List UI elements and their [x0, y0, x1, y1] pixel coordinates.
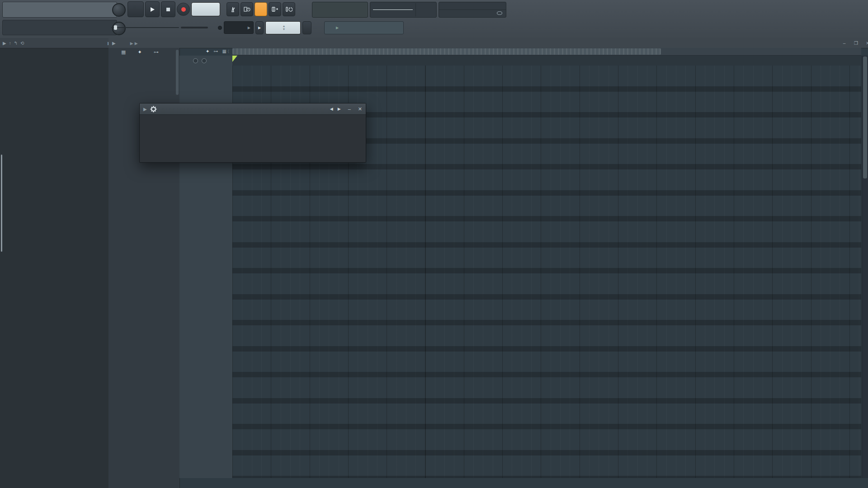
up-icon[interactable]: ↑	[9, 41, 11, 46]
filter-minimize-button[interactable]: –	[348, 106, 351, 112]
play-button[interactable]	[145, 1, 160, 17]
filter-close-button[interactable]: ✕	[358, 106, 362, 112]
collapse-icon[interactable]: ▶	[3, 41, 6, 46]
zcross-checkbox[interactable]	[193, 58, 198, 63]
playlist-close-button[interactable]: ✕	[864, 40, 868, 47]
playlist-title: ▶ ▶	[130, 40, 138, 46]
wait-clock-icon	[244, 6, 250, 12]
minimize-button[interactable]	[834, 5, 842, 11]
fruity-filter-window: ▶ ◀ ▶ – ✕	[139, 103, 366, 163]
scroll-left-button[interactable]: 〈	[224, 49, 231, 55]
playhead-marker[interactable]	[232, 56, 237, 62]
oscilloscope-panel	[370, 2, 437, 18]
pattern-selector[interactable]: ▲▼	[265, 21, 301, 34]
piano-tab-icon[interactable]: ▦	[121, 49, 126, 55]
filter-menu-icon[interactable]: ▶	[143, 107, 147, 112]
link-tab-icon[interactable]: ⊶	[154, 49, 159, 55]
line-tool-dropdown[interactable]: ▶	[224, 21, 254, 34]
filter-titlebar[interactable]: ▶ ◀ ▶ – ✕	[140, 103, 366, 115]
wave-tab-icon[interactable]: ✦	[137, 49, 142, 55]
playlist-view-tabs: ✦ ⊶ ▦	[206, 49, 226, 54]
playlist-titlebar: ▶ ▶ ▶ – ❐ ✕	[108, 38, 868, 48]
playlist-hscrollbar[interactable]	[232, 48, 861, 56]
step-edit-button[interactable]	[269, 2, 281, 16]
precount-button[interactable]	[255, 2, 267, 16]
browser-scrollbar[interactable]	[1, 155, 2, 252]
shuffle-slider[interactable]	[181, 27, 208, 28]
fl-studio-window: ▶ ▶ ▲▼ ▶ ▶ ↑ ↰ ⟲ ▶	[0, 0, 868, 488]
tempo-display[interactable]	[191, 2, 220, 16]
playlist-window-controls: – ❐ ✕	[840, 40, 868, 47]
preset-next-button[interactable]: ▶	[338, 107, 341, 111]
main-toolbar: ▶ ▶ ▲▼ ▶	[0, 0, 868, 38]
presets-control: ◀ ▶ – ✕	[326, 106, 362, 112]
metronome-button[interactable]	[226, 2, 239, 16]
stop-button[interactable]	[161, 1, 175, 17]
playlist-vscrollbar[interactable]	[862, 56, 868, 478]
oscilloscope-line	[373, 9, 413, 10]
hint-icon	[497, 11, 502, 15]
metronome-icon	[230, 6, 236, 13]
main-volume-knob[interactable]	[112, 3, 126, 17]
back-icon[interactable]: ↰	[14, 41, 18, 46]
hscroll-thumb[interactable]	[232, 48, 661, 55]
loop-record-button[interactable]	[283, 2, 295, 16]
pattern-prev-button[interactable]: ▶	[255, 21, 264, 34]
stretch-checkbox[interactable]	[202, 58, 207, 63]
refresh-icon[interactable]: ⟲	[20, 41, 24, 46]
playlist-minimize-button[interactable]: –	[840, 40, 848, 47]
gear-icon	[150, 106, 157, 113]
templates-selector[interactable]: ▶	[324, 21, 404, 34]
loop-record-icon	[286, 6, 292, 12]
link-view-icon[interactable]: ⊶	[213, 49, 218, 54]
pattern-add-button[interactable]	[302, 21, 311, 34]
playlist-maximize-button[interactable]: ❐	[852, 40, 860, 47]
tool-led	[218, 26, 222, 30]
preset-prev-button[interactable]: ◀	[330, 107, 333, 111]
timeline-ruler[interactable]	[232, 56, 861, 66]
record-icon	[181, 7, 186, 12]
transport-panel	[127, 1, 295, 17]
filter-body	[140, 114, 366, 162]
window-controls	[834, 5, 864, 11]
maximize-button[interactable]	[845, 5, 853, 11]
wave-view-icon[interactable]: ✦	[206, 49, 209, 54]
stop-icon	[166, 7, 170, 12]
browser-panel: ▶ ↑ ↰ ⟲ ▶	[0, 38, 109, 488]
project-title	[2, 20, 117, 35]
slider-thumb[interactable]	[114, 25, 117, 30]
menu-bar	[2, 2, 117, 18]
time-display[interactable]	[312, 2, 368, 18]
play-icon	[150, 7, 155, 12]
picker-scrollbar[interactable]	[176, 50, 179, 95]
keys-plus-icon	[272, 6, 278, 12]
secondary-toolbar: ▶ ▶ ▲▼ ▶	[111, 20, 404, 35]
close-button[interactable]	[857, 5, 864, 11]
vscroll-thumb[interactable]	[863, 56, 867, 178]
cpu-panel	[439, 2, 506, 18]
playlist-menu-icon[interactable]: ▶	[112, 41, 116, 46]
picker-tabs: ▦ ✦ ⊶	[121, 49, 159, 55]
pat-song-toggle[interactable]	[127, 1, 144, 17]
wait-for-input-button[interactable]	[241, 2, 253, 16]
main-volume-slider[interactable]	[111, 25, 179, 30]
record-button[interactable]	[177, 3, 190, 16]
browser-header[interactable]: ▶ ↑ ↰ ⟲ ▶	[0, 38, 114, 48]
